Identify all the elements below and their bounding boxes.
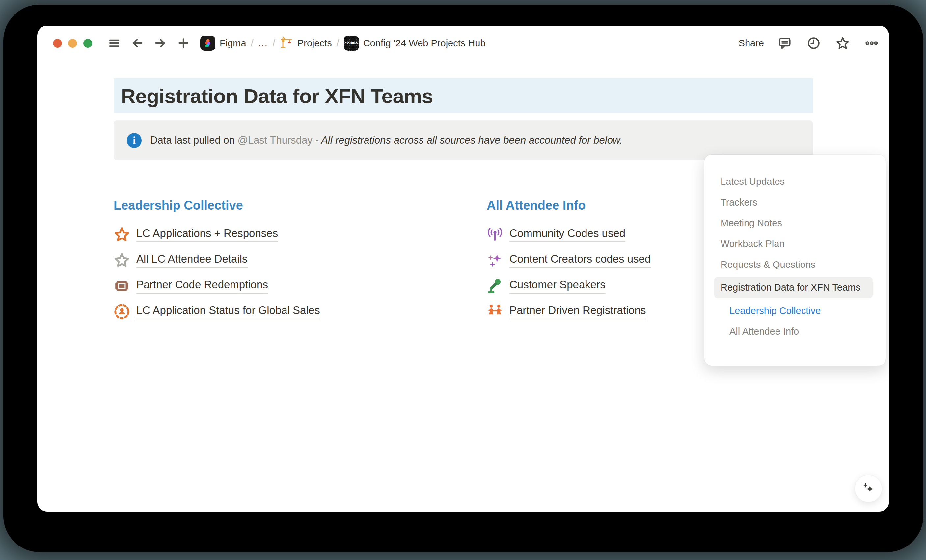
toc-item-workback-plan[interactable]: Workback Plan: [704, 233, 886, 254]
more-ellipsis-icon[interactable]: [864, 35, 880, 51]
page-link-label: Partner Driven Registrations: [510, 304, 646, 319]
breadcrumb-item-figma[interactable]: Figma: [200, 36, 246, 51]
window-titlebar: Figma / ... / Projects / CONFIG Config ‘…: [37, 26, 889, 61]
callout-note: - All registrations across all sources h…: [315, 135, 622, 146]
page-link-lc-applications-responses[interactable]: LC Applications + Responses: [113, 222, 476, 247]
titlebar-actions: Share: [738, 35, 880, 51]
page-link-label: LC Applications + Responses: [136, 227, 278, 242]
toc-item-all-attendee-info[interactable]: All Attendee Info: [704, 321, 886, 342]
figma-app-icon: [200, 36, 215, 51]
forward-arrow-icon[interactable]: [153, 36, 168, 51]
breadcrumb-label: Figma: [219, 38, 246, 49]
page-title-highlight: Registration Data for XFN Teams: [113, 79, 813, 114]
toc-item-latest-updates[interactable]: Latest Updates: [704, 171, 886, 192]
page-link-label: Content Creators codes used: [510, 253, 651, 268]
info-icon: i: [127, 133, 142, 148]
star-icon: [113, 226, 130, 243]
page-link-label: Partner Code Redemptions: [136, 278, 268, 294]
comment-icon[interactable]: [776, 35, 793, 51]
frame-icon: [113, 278, 130, 294]
traffic-lights: [53, 39, 92, 48]
close-window-button[interactable]: [53, 39, 62, 48]
new-tab-plus-icon[interactable]: [176, 36, 191, 51]
page-title[interactable]: Registration Data for XFN Teams: [121, 84, 433, 108]
ai-assistant-button[interactable]: [855, 475, 882, 502]
info-callout: i Data last pulled on @Last Thursday - A…: [113, 120, 813, 160]
page-link-all-lc-attendee-details[interactable]: All LC Attendee Details: [113, 247, 476, 273]
page-link-lc-application-status-global-sales[interactable]: LC Application Status for Global Sales: [113, 299, 476, 324]
page-link-label: LC Application Status for Global Sales: [136, 304, 320, 319]
back-arrow-icon[interactable]: [130, 36, 145, 51]
toc-item-trackers[interactable]: Trackers: [704, 192, 886, 213]
favorite-star-icon[interactable]: [834, 35, 851, 51]
breadcrumb-collapsed-ellipsis[interactable]: ...: [258, 38, 268, 49]
page-link-label: Customer Speakers: [510, 278, 605, 294]
breadcrumb-separator: /: [337, 38, 339, 49]
section-heading: Leadership Collective: [113, 198, 476, 212]
date-mention[interactable]: @Last Thursday: [238, 135, 312, 146]
menu-hamburger-icon[interactable]: [107, 36, 122, 51]
zoom-window-button[interactable]: [83, 39, 92, 48]
breadcrumb-label: Config ‘24 Web Projects Hub: [363, 38, 486, 49]
config-app-icon: CONFIG: [344, 36, 359, 51]
breadcrumb: Figma / ... / Projects / CONFIG Config ‘…: [200, 36, 486, 51]
broadcast-antenna-icon: [487, 226, 503, 243]
people-icon: [487, 303, 503, 320]
breadcrumb-item-projects[interactable]: Projects: [280, 36, 332, 51]
table-of-contents-panel: Latest Updates Trackers Meeting Notes Wo…: [704, 155, 886, 366]
history-clock-icon[interactable]: [805, 35, 822, 51]
page-link-label: All LC Attendee Details: [136, 253, 248, 268]
callout-text: Data last pulled on @Last Thursday - All…: [150, 135, 622, 146]
minimize-window-button[interactable]: [68, 39, 77, 48]
section-leadership-collective: Leadership Collective LC Applications + …: [113, 198, 476, 324]
share-button[interactable]: Share: [738, 38, 764, 49]
crane-icon: [280, 36, 293, 51]
person-dashed-circle-icon: [113, 303, 130, 320]
sparkles-ai-icon: [861, 481, 876, 497]
app-window: Figma / ... / Projects / CONFIG Config ‘…: [37, 26, 889, 512]
breadcrumb-item-config-hub[interactable]: CONFIG Config ‘24 Web Projects Hub: [344, 36, 486, 51]
page-link-label: Community Codes used: [510, 227, 625, 242]
breadcrumb-separator: /: [273, 38, 275, 49]
breadcrumb-separator: /: [251, 38, 254, 49]
microphone-icon: [487, 278, 503, 294]
toc-item-registration-data-active[interactable]: Registration Data for XFN Teams: [714, 277, 873, 298]
breadcrumb-label: Projects: [297, 38, 332, 49]
toc-item-requests-questions[interactable]: Requests & Questions: [704, 254, 886, 275]
toc-item-leadership-collective[interactable]: Leadership Collective: [704, 300, 886, 321]
callout-prefix: Data last pulled on: [150, 135, 238, 146]
toc-item-meeting-notes[interactable]: Meeting Notes: [704, 213, 886, 233]
page-link-partner-code-redemptions[interactable]: Partner Code Redemptions: [113, 273, 476, 299]
star-icon: [113, 252, 130, 268]
nav-buttons: [107, 36, 191, 51]
sparkles-icon: [487, 252, 503, 268]
